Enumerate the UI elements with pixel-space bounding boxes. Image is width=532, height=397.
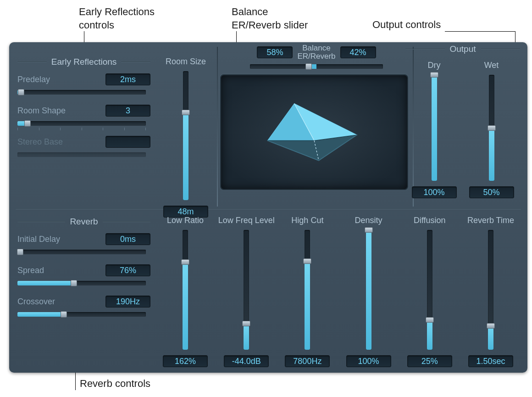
room-size-control: Room Size 48m <box>156 57 216 218</box>
divider <box>217 47 218 207</box>
wet-label: Wet <box>484 61 499 70</box>
balance-and-viz: 58% BalanceER/Reverb 42% <box>220 44 413 190</box>
initial-delay-value[interactable]: 0ms <box>105 233 150 245</box>
predelay-value[interactable]: 2ms <box>105 73 150 85</box>
density-label: Density <box>355 216 382 225</box>
dry-slider[interactable] <box>430 75 438 181</box>
spread-label: Spread <box>17 266 44 275</box>
high-cut-slider[interactable] <box>303 230 311 350</box>
wet-slider[interactable] <box>488 75 496 181</box>
high-cut-value[interactable]: 7800Hz <box>285 355 330 367</box>
crossover-label: Crossover <box>17 297 55 307</box>
density-control: Density 100% <box>339 216 398 367</box>
callout-line <box>75 370 76 390</box>
low-ratio-control: Low Ratio 162% <box>156 216 215 367</box>
section-header-output: Output <box>405 44 520 54</box>
section-header-early-reflections: Early Reflections <box>17 57 150 67</box>
wet-value[interactable]: 50% <box>469 186 514 198</box>
callout-balance: Balance ER/Reverb slider <box>232 6 308 32</box>
output-section: Output Dry 100% Wet 50% <box>405 44 520 205</box>
room-shape-visualization <box>220 74 408 190</box>
stereo-base-slider <box>17 151 146 158</box>
room-size-label: Room Size <box>166 57 206 67</box>
density-value[interactable]: 100% <box>346 355 391 367</box>
initial-delay-slider[interactable] <box>17 249 146 255</box>
balance-reverb-value[interactable]: 42% <box>340 46 376 58</box>
room-shape-label: Room Shape <box>17 106 66 116</box>
crossover-value[interactable]: 190Hz <box>105 296 150 308</box>
spread-value[interactable]: 76% <box>105 264 150 276</box>
reverb-time-value[interactable]: 1.50sec <box>468 355 513 367</box>
high-cut-control: High Cut 7800Hz <box>278 216 337 367</box>
diffusion-label: Diffusion <box>414 216 446 225</box>
reverb-tail-sliders: Low Ratio 162% Low Freq Level -44.0dB Hi… <box>156 216 520 367</box>
stereo-base-value <box>105 136 150 148</box>
initial-delay-label: Initial Delay <box>17 235 60 244</box>
section-header-reverb: Reverb <box>17 217 150 227</box>
reverb-time-slider[interactable] <box>487 230 495 350</box>
section-title: Early Reflections <box>51 57 117 67</box>
diffusion-slider[interactable] <box>426 230 434 350</box>
high-cut-label: High Cut <box>291 216 323 225</box>
balance-er-value[interactable]: 58% <box>257 46 293 58</box>
output-wet-control: Wet 50% <box>464 61 519 198</box>
callout-early-reflections: Early Reflections controls <box>79 6 155 32</box>
predelay-label: Predelay <box>17 75 50 84</box>
section-title: Reverb <box>70 217 98 227</box>
dry-label: Dry <box>428 61 441 70</box>
low-ratio-value[interactable]: 162% <box>163 355 208 367</box>
output-dry-control: Dry 100% <box>407 61 462 198</box>
early-reflections-section: Early Reflections Predelay 2ms Room Shap… <box>17 57 150 167</box>
low-freq-level-label: Low Freq Level <box>218 216 275 225</box>
predelay-slider[interactable] <box>17 89 146 95</box>
low-ratio-label: Low Ratio <box>167 216 204 225</box>
reverb-plugin-panel: Early Reflections Predelay 2ms Room Shap… <box>9 42 527 373</box>
reverb-time-label: Reverb Time <box>467 216 514 225</box>
dry-value[interactable]: 100% <box>412 186 457 198</box>
diffusion-control: Diffusion 25% <box>400 216 459 367</box>
crossover-slider[interactable] <box>17 311 146 318</box>
room-shape-value[interactable]: 3 <box>105 105 150 117</box>
divider <box>16 208 521 209</box>
low-freq-level-slider[interactable] <box>242 230 250 350</box>
low-ratio-slider[interactable] <box>181 230 189 350</box>
balance-slider[interactable] <box>250 63 383 70</box>
section-title: Output <box>449 44 476 54</box>
reverb-time-control: Reverb Time 1.50sec <box>461 216 520 367</box>
room-shape-slider[interactable] <box>17 120 146 127</box>
stereo-base-label: Stereo Base <box>17 137 63 147</box>
low-freq-level-control: Low Freq Level -44.0dB <box>217 216 276 367</box>
reverb-section: Reverb Initial Delay 0ms Spread 76% Cros… <box>17 217 150 327</box>
balance-label: BalanceER/Reverb <box>297 44 335 61</box>
callout-reverb: Reverb controls <box>80 377 150 391</box>
callout-output: Output controls <box>372 18 441 32</box>
callout-line <box>445 31 515 32</box>
density-slider[interactable] <box>365 230 373 350</box>
room-size-slider[interactable] <box>182 71 190 200</box>
diffusion-value[interactable]: 25% <box>407 355 452 367</box>
room-shape-icon <box>249 92 379 172</box>
spread-slider[interactable] <box>17 280 146 286</box>
low-freq-level-value[interactable]: -44.0dB <box>224 355 269 367</box>
